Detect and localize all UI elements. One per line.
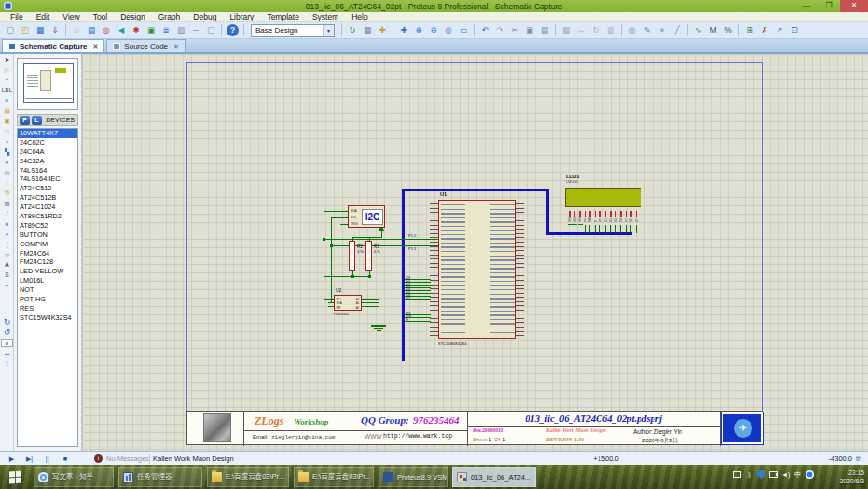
bluetooth-icon[interactable]: ᛒ xyxy=(745,470,753,479)
schematic-canvas[interactable]: SDASCLTRIG I2C R2 4.7k R1 4.7k U2 SCLSDA… xyxy=(82,54,868,451)
device-list-item[interactable]: 74LS164.IEC xyxy=(18,175,77,184)
menu-item[interactable]: View xyxy=(56,12,86,21)
3d-visualizer-icon[interactable]: ▣ xyxy=(145,23,158,37)
cleanup-icon[interactable]: ⋄ xyxy=(655,23,669,37)
device-list-item[interactable]: 24C32A xyxy=(18,157,77,166)
device-list-item[interactable]: FM24C64 xyxy=(18,249,77,258)
device-list-item[interactable]: AT89C51RD2 xyxy=(18,212,77,221)
chevron-down-icon[interactable]: ▾ xyxy=(323,25,334,36)
zoom-to-child-icon[interactable]: ⊡ xyxy=(788,23,802,37)
buses-mode-icon[interactable]: ▤ xyxy=(1,105,13,116)
graph-mode-icon[interactable]: ▚ xyxy=(1,147,13,157)
menu-item[interactable]: System xyxy=(306,12,345,21)
close-button[interactable]: ✕ xyxy=(840,0,868,12)
play-button[interactable]: ▶ xyxy=(4,453,20,464)
design-selector[interactable]: Base Design ▾ xyxy=(251,24,335,37)
make-device-icon[interactable]: ✱ xyxy=(130,23,144,37)
tab-source-code[interactable]: Source Code ✕ xyxy=(106,39,186,52)
zoom-area-icon[interactable]: ▭ xyxy=(457,23,471,37)
device-list-item[interactable]: 24C02C xyxy=(18,138,77,147)
device-list-item[interactable]: COMPIM xyxy=(18,240,77,249)
volume-icon[interactable]: ◄) xyxy=(781,470,790,479)
menu-item[interactable]: Edit xyxy=(30,12,57,21)
stop-button[interactable]: ■ xyxy=(57,453,73,464)
block-rotate-icon[interactable]: ↻ xyxy=(589,23,603,37)
device-list-item[interactable]: 24C04A xyxy=(18,147,77,157)
zoom-in-icon[interactable]: ⊕ xyxy=(412,23,426,37)
menu-item[interactable]: Template xyxy=(260,12,306,21)
search-icon[interactable]: ◎ xyxy=(626,23,640,37)
redo-icon[interactable]: ↷ xyxy=(493,23,507,37)
zoom-out-icon[interactable]: ⊖ xyxy=(427,23,441,37)
taskbar-taskmgr-button[interactable]: 任务管理器 xyxy=(118,467,202,487)
cut-icon[interactable]: ✂ xyxy=(508,23,522,37)
device-list-item[interactable]: AT89C52 xyxy=(18,221,77,231)
menu-item[interactable]: Debug xyxy=(186,12,223,21)
menu-item[interactable]: Help xyxy=(345,12,374,21)
wrench-icon[interactable]: ╱ xyxy=(670,23,684,37)
selection-mode-icon[interactable]: ➤ xyxy=(1,54,13,64)
schematic-overview[interactable] xyxy=(17,58,78,110)
goto-sheet-icon[interactable]: ↗ xyxy=(773,23,787,37)
2d-line-icon[interactable]: / xyxy=(1,208,13,218)
maximize-button[interactable]: ❐ xyxy=(818,0,840,12)
new-sheet-icon[interactable]: ⊞ xyxy=(743,23,757,37)
device-list-item[interactable]: POT-HG xyxy=(18,295,77,304)
menu-item[interactable]: Graph xyxy=(152,12,187,21)
2d-box-icon[interactable]: ■ xyxy=(1,218,13,229)
rotation-angle-field[interactable]: 0 xyxy=(1,339,13,347)
device-list-item[interactable]: RES xyxy=(18,304,77,314)
rotate-clockwise-icon[interactable]: ↻ xyxy=(1,317,13,328)
quark-tray-icon[interactable] xyxy=(806,470,814,479)
search-tag-icon[interactable]: M xyxy=(707,23,721,37)
2d-circle-icon[interactable]: ● xyxy=(1,229,13,239)
property-assignment-icon[interactable]: % xyxy=(722,23,736,37)
2d-arc-icon[interactable]: ( xyxy=(1,239,13,249)
menu-item[interactable]: Tool xyxy=(87,12,115,21)
device-list-item[interactable]: AT24C1024 xyxy=(18,203,77,212)
redraw-icon[interactable]: ↻ xyxy=(346,23,360,37)
design-explorer-icon[interactable]: ≣ xyxy=(159,23,173,37)
device-list-item[interactable]: LM016L xyxy=(18,276,77,286)
defender-shield-icon[interactable] xyxy=(757,470,765,479)
origin-icon[interactable]: ✚ xyxy=(376,23,390,37)
electrical-rules-icon[interactable]: ─ xyxy=(189,23,203,37)
generator-mode-icon[interactable]: ◎ xyxy=(1,167,13,177)
voltage-probe-mode-icon[interactable]: / xyxy=(1,177,13,188)
device-list-item[interactable]: BUTTON xyxy=(18,231,77,240)
device-list-item[interactable]: 10WATT4K7 xyxy=(18,129,77,138)
subcircuit-mode-icon[interactable]: ▣ xyxy=(1,116,13,126)
bill-of-materials-icon[interactable]: ▥ xyxy=(174,23,188,37)
schematic-capture-icon[interactable]: ▤ xyxy=(85,23,99,37)
open-project-icon[interactable]: ◰ xyxy=(19,23,33,37)
mirror-vertical-icon[interactable]: ↕ xyxy=(1,358,13,369)
minimize-button[interactable]: — xyxy=(795,0,818,12)
current-probe-mode-icon[interactable]: % xyxy=(1,188,13,198)
project-notes-icon[interactable]: ▢ xyxy=(204,23,218,37)
save-project-icon[interactable]: ▦ xyxy=(34,23,48,37)
device-list-item[interactable]: 74LS164 xyxy=(18,166,77,175)
menu-item[interactable]: Design xyxy=(114,12,151,21)
tape-recorder-mode-icon[interactable]: ● xyxy=(1,157,13,167)
home-page-icon[interactable]: ⌂ xyxy=(70,23,84,37)
terminals-mode-icon[interactable]: □ xyxy=(1,126,13,136)
2d-symbol-icon[interactable]: S xyxy=(1,270,13,280)
undo-icon[interactable]: ↶ xyxy=(478,23,492,37)
device-list-item[interactable]: AT24C512B xyxy=(18,193,77,203)
import-project-icon[interactable]: ⇓ xyxy=(48,23,62,37)
pcb-layout-icon[interactable]: ◎ xyxy=(100,23,114,37)
lcd-screen[interactable] xyxy=(565,188,641,207)
device-list-item[interactable]: NOT xyxy=(18,286,77,295)
taskbar-word-button[interactable]: Proteus8.9 VSM... xyxy=(379,467,448,487)
taskbar-folder1-button[interactable]: E:\百度云盘03\Pr... xyxy=(207,467,289,487)
taskbar-zhihu-button[interactable]: 写文章 - 知乎 xyxy=(34,467,114,487)
copy-icon[interactable]: ▣ xyxy=(523,23,537,37)
library-manager-button[interactable]: L xyxy=(32,116,42,125)
computer-icon[interactable] xyxy=(733,471,741,478)
device-list-item[interactable]: FM24C128 xyxy=(18,258,77,267)
tab-schematic-capture[interactable]: Schematic Capture ✕ xyxy=(2,39,104,52)
mcu-u1[interactable] xyxy=(438,200,516,339)
i2c-debugger[interactable]: SDASCLTRIG I2C xyxy=(348,205,385,228)
pick-devices-button[interactable]: P xyxy=(20,116,30,125)
pan-icon[interactable]: ✚ xyxy=(397,23,411,37)
